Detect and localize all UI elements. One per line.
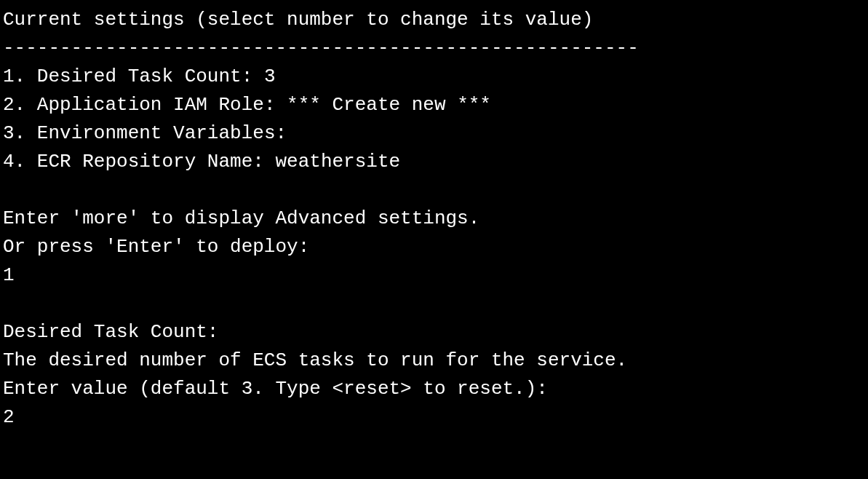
setting-value: *** Create new *** <box>287 94 491 116</box>
setting-label: ECR Repository Name <box>37 151 252 173</box>
divider: ----------------------------------------… <box>3 34 865 63</box>
settings-header: Current settings (select number to chang… <box>3 6 865 34</box>
advanced-hint: Enter 'more' to display Advanced setting… <box>3 205 865 233</box>
value-prompt: Enter value (default 3. Type <reset> to … <box>3 375 865 403</box>
blank-line <box>3 290 865 318</box>
setting-number: 1 <box>3 66 15 87</box>
setting-label: Application IAM Role <box>37 94 264 116</box>
blank-line <box>3 176 865 205</box>
setting-number: 2 <box>3 94 15 116</box>
setting-number: 3 <box>3 122 15 144</box>
user-input-value[interactable]: 2 <box>3 403 865 432</box>
setting-label: Desired Task Count <box>37 66 242 87</box>
setting-detail-description: The desired number of ECS tasks to run f… <box>3 347 865 375</box>
setting-iam-role[interactable]: 2. Application IAM Role: *** Create new … <box>3 91 865 119</box>
setting-ecr-repo[interactable]: 4. ECR Repository Name: weathersite <box>3 148 865 176</box>
setting-task-count[interactable]: 1. Desired Task Count: 3 <box>3 63 865 91</box>
user-input-selection[interactable]: 1 <box>3 261 865 290</box>
setting-number: 4 <box>3 151 15 173</box>
deploy-hint: Or press 'Enter' to deploy: <box>3 233 865 261</box>
setting-label: Environment Variables <box>37 122 276 144</box>
setting-value: weathersite <box>276 151 401 173</box>
setting-env-vars[interactable]: 3. Environment Variables: <box>3 119 865 148</box>
setting-value: 3 <box>264 66 276 87</box>
setting-detail-title: Desired Task Count: <box>3 318 865 347</box>
